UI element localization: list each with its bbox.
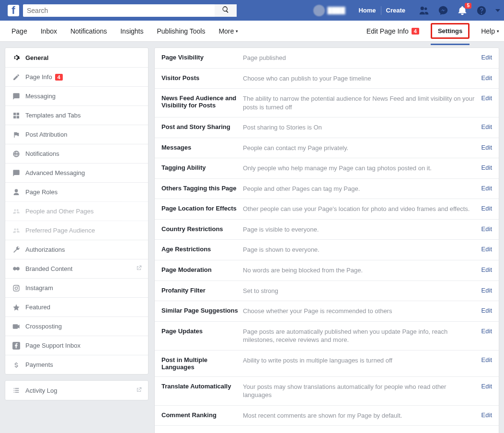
edit-link[interactable]: Edit <box>476 185 492 192</box>
sidebar-item-label: Activity Log <box>25 387 57 394</box>
edit-link[interactable]: Edit <box>476 328 492 335</box>
search-box <box>23 4 237 17</box>
messenger-icon[interactable] <box>438 5 448 16</box>
settings-row: Profanity FilterSet to strongEdit <box>155 281 499 302</box>
nav-tab[interactable]: Notifications <box>64 21 114 42</box>
instagram-icon <box>12 284 21 292</box>
edit-link[interactable]: Edit <box>476 383 492 390</box>
topbar: f ████ Home Create 5 <box>0 0 504 21</box>
settings-row: Comment RankingMost recent comments are … <box>155 406 499 426</box>
edit-link[interactable]: Edit <box>476 411 492 419</box>
tab-settings-label: Settings <box>438 27 462 35</box>
sidebar-item[interactable]: Templates and Tabs <box>5 105 148 125</box>
facebook-logo-icon[interactable]: f <box>8 5 19 16</box>
chat-icon <box>12 93 21 100</box>
sidebar-item-label: Messaging <box>25 93 56 100</box>
edit-link[interactable]: Edit <box>476 94 492 102</box>
tab-help[interactable]: Help ▾ <box>481 27 499 35</box>
nav-tab[interactable]: Insights <box>114 21 150 42</box>
account-menu-caret-icon[interactable] <box>495 9 500 12</box>
sidebar-item[interactable]: Activity Log <box>5 381 148 400</box>
settings-row-label: Translate Automatically <box>161 383 243 390</box>
sidebar-item[interactable]: Page Support Inbox <box>5 336 148 355</box>
sidebar-badge: 4 <box>55 74 63 81</box>
settings-row-label: Visitor Posts <box>161 74 243 82</box>
sidebar-item[interactable]: Branded Content <box>5 259 148 278</box>
settings-main: Page VisibilityPage publishedEditVisitor… <box>154 47 499 433</box>
settings-row-desc: Ability to write posts in multiple langu… <box>243 356 476 365</box>
edit-link[interactable]: Edit <box>476 164 492 171</box>
gear-icon <box>12 54 21 61</box>
settings-row-label: Page Visibility <box>161 54 243 61</box>
edit-link[interactable]: Edit <box>476 225 492 233</box>
edit-link[interactable]: Edit <box>476 74 492 82</box>
grid-icon <box>12 112 21 119</box>
settings-row-desc: Page is shown to everyone. <box>243 246 476 254</box>
settings-row-desc: Set to strong <box>243 287 476 295</box>
edit-page-info-badge: 4 <box>412 28 419 35</box>
people-icon <box>12 208 21 215</box>
edit-link[interactable]: Edit <box>476 54 492 61</box>
settings-row-label: Country Restrictions <box>161 225 243 233</box>
settings-sidebar: GeneralPage Info4MessagingTemplates and … <box>5 47 149 400</box>
profile-name[interactable]: ████ <box>328 7 345 14</box>
edit-link[interactable]: Edit <box>476 144 492 151</box>
avatar[interactable] <box>313 5 325 16</box>
people-icon <box>12 227 21 234</box>
nav-create[interactable]: Create <box>381 7 410 14</box>
settings-row-label: Page Location for Effects <box>161 205 243 212</box>
notifications-icon[interactable]: 5 <box>457 5 468 16</box>
edit-link[interactable]: Edit <box>476 246 492 253</box>
nav-home[interactable]: Home <box>354 7 380 14</box>
sidebar-item[interactable]: Page Roles <box>5 182 148 201</box>
nav-tab[interactable]: Inbox <box>34 21 64 42</box>
chevron-down-icon: ▾ <box>497 29 499 34</box>
sidebar-item[interactable]: Notifications <box>5 144 148 163</box>
sidebar-item-label: Authorizations <box>25 246 65 253</box>
sidebar-item[interactable]: Messaging <box>5 86 148 105</box>
edit-link[interactable]: Edit <box>476 205 492 212</box>
nav-tab[interactable]: Publishing Tools <box>150 21 212 42</box>
settings-row: MessagesPeople can contact my Page priva… <box>155 138 499 159</box>
sidebar-item[interactable]: Page Info4 <box>5 67 148 86</box>
settings-row: News Feed Audience and Visibility for Po… <box>155 89 499 117</box>
sidebar-item-label: People and Other Pages <box>25 208 93 215</box>
settings-row-desc: Page posts are automatically published w… <box>243 328 476 344</box>
settings-row: Visitor PostsChoose who can publish to y… <box>155 69 499 89</box>
settings-row: Others Tagging this PagePeople and other… <box>155 179 499 199</box>
edit-link[interactable]: Edit <box>476 123 492 130</box>
sidebar-item[interactable]: Instagram <box>5 278 148 297</box>
person-icon <box>12 188 21 196</box>
dollar-icon <box>12 361 21 369</box>
friends-icon[interactable] <box>419 5 429 16</box>
sidebar-item-label: Templates and Tabs <box>25 112 80 119</box>
external-icon <box>136 265 142 273</box>
sidebar-item[interactable]: Advanced Messaging <box>5 163 148 182</box>
sidebar-item-label: Payments <box>25 361 53 368</box>
sidebar-item[interactable]: Crossposting <box>5 316 148 336</box>
sidebar-item-label: Preferred Page Audience <box>25 227 95 234</box>
nav-tab-more[interactable]: More ▾ <box>212 21 245 42</box>
edit-link[interactable]: Edit <box>476 307 492 314</box>
edit-page-info[interactable]: Edit Page Info 4 <box>367 27 419 35</box>
search-button[interactable] <box>215 4 237 17</box>
nav-tab[interactable]: Page <box>5 21 34 42</box>
search-input[interactable] <box>23 4 215 17</box>
sidebar-item-label: Post Attribution <box>25 131 67 138</box>
settings-row: Translate AutomaticallyYour posts may sh… <box>155 377 499 406</box>
sidebar-item[interactable]: Payments <box>5 355 148 374</box>
sidebar-item[interactable]: General <box>5 48 148 67</box>
settings-row-label: Comment Ranking <box>161 411 243 419</box>
sidebar-item[interactable]: Post Attribution <box>5 125 148 144</box>
edit-link[interactable]: Edit <box>476 287 492 294</box>
sidebar-item[interactable]: Featured <box>5 297 148 316</box>
sidebar-item[interactable]: Preferred Page Audience <box>5 221 148 240</box>
edit-link[interactable]: Edit <box>476 266 492 273</box>
sidebar-item[interactable]: Authorizations <box>5 240 148 259</box>
star-icon <box>12 304 21 311</box>
tab-settings[interactable]: Settings <box>431 23 470 39</box>
sidebar-item[interactable]: People and Other Pages <box>5 201 148 221</box>
settings-row-desc: Choose whether your Page is recommended … <box>243 307 476 316</box>
edit-link[interactable]: Edit <box>476 356 492 363</box>
help-icon[interactable] <box>476 5 487 16</box>
